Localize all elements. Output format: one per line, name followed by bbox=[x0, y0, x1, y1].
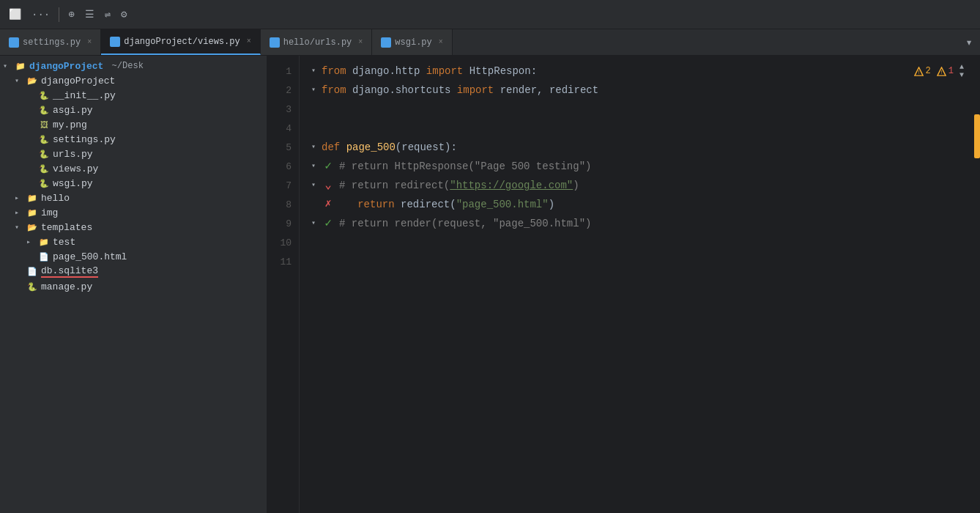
sidebar-item-mypng[interactable]: 🖼 my.png bbox=[0, 117, 267, 132]
urls-label: urls.py bbox=[53, 149, 93, 160]
tabs-overflow-chevron[interactable]: ▾ bbox=[958, 29, 980, 55]
toolbar-separator bbox=[59, 7, 59, 22]
tab-wsgi-close[interactable]: × bbox=[439, 38, 443, 46]
tab-settings-close[interactable]: × bbox=[87, 38, 92, 46]
code-line-4 bbox=[308, 119, 971, 138]
kw-return-8: return bbox=[357, 195, 394, 214]
db-label-text: db.sqlite3 bbox=[41, 265, 98, 278]
wsgi-icon: 🐍 bbox=[38, 177, 50, 189]
fold-7[interactable]: ▾ bbox=[308, 180, 319, 191]
tab-urls-close[interactable]: × bbox=[358, 38, 363, 46]
ln-5: 5 bbox=[267, 138, 299, 157]
djangoproject-arrow: ▾ bbox=[15, 76, 23, 85]
tab-wsgi[interactable]: wsgi.py × bbox=[372, 29, 452, 55]
sidebar-item-hello[interactable]: ▸ 📁 hello bbox=[0, 191, 267, 205]
code-line-3 bbox=[308, 100, 971, 119]
sidebar-item-views[interactable]: 🐍 views.py bbox=[0, 161, 267, 176]
window-icon[interactable]: ⬜ bbox=[6, 5, 24, 23]
code-line-7: ▾ ⌄ # return redirect("https://google.co… bbox=[308, 176, 971, 195]
asgi-icon: 🐍 bbox=[38, 104, 50, 116]
sidebar-root[interactable]: ▾ 📁 djangoProject ~/Desk bbox=[0, 59, 267, 73]
test-arrow: ▸ bbox=[26, 237, 35, 246]
templates-label: templates bbox=[41, 222, 92, 233]
fold-2[interactable]: ▾ bbox=[308, 85, 319, 95]
fold-10 bbox=[308, 237, 319, 248]
page500-label: page_500.html bbox=[53, 251, 127, 262]
sidebar-item-test[interactable]: ▸ 📁 test bbox=[0, 235, 267, 249]
main-area: ▾ 📁 djangoProject ~/Desk ▾ 📂 djangoProje… bbox=[0, 56, 980, 513]
sidebar-item-wsgi[interactable]: 🐍 wsgi.py bbox=[0, 176, 267, 191]
ln-4: 4 bbox=[267, 119, 299, 138]
kw-import-2: import bbox=[457, 81, 494, 100]
djangoproject-folder-icon: 📂 bbox=[26, 75, 38, 86]
settings-icon[interactable]: ⚙ bbox=[118, 5, 130, 23]
fold-9[interactable]: ▾ bbox=[308, 218, 319, 229]
mypng-icon: 🖼 bbox=[38, 119, 50, 130]
urls-icon: 🐍 bbox=[38, 148, 50, 160]
toolbar: ⬜ ··· ⊕ ☰ ⇌ ⚙ bbox=[0, 0, 980, 29]
kw-import-1: import bbox=[426, 62, 463, 81]
ln-6: 6 bbox=[267, 157, 299, 176]
code-editor[interactable]: 1 2 3 4 5 6 7 8 9 10 11 ! 2 bbox=[267, 56, 980, 513]
settings-label: settings.py bbox=[53, 134, 116, 145]
tab-urls[interactable]: hello/urls.py × bbox=[261, 29, 373, 55]
sidebar-item-settings[interactable]: 🐍 settings.py bbox=[0, 132, 267, 147]
tab-wsgi-label: wsgi.py bbox=[395, 37, 431, 48]
code-line-8: ✗ return redirect( "page_500.html" ) bbox=[308, 195, 971, 214]
root-label: djangoProject bbox=[29, 61, 103, 72]
fold-6[interactable]: ▾ bbox=[308, 161, 319, 171]
plain-8c: ) bbox=[549, 195, 554, 214]
fold-4 bbox=[308, 123, 319, 133]
manage-icon: 🐍 bbox=[26, 281, 38, 292]
more-icon[interactable]: ··· bbox=[29, 6, 53, 23]
fold-1[interactable]: ▾ bbox=[308, 66, 319, 76]
sidebar-item-manage[interactable]: 🐍 manage.py bbox=[0, 279, 267, 294]
kw-def-5: def bbox=[322, 138, 340, 157]
plain-5b: (request): bbox=[396, 138, 457, 157]
root-arrow: ▾ bbox=[3, 62, 12, 70]
add-icon[interactable]: ⊕ bbox=[65, 5, 77, 23]
fold-5[interactable]: ▾ bbox=[308, 142, 319, 152]
align-icon[interactable]: ⇌ bbox=[102, 5, 114, 23]
tab-views[interactable]: djangoProject/views.py × bbox=[101, 29, 260, 55]
sidebar-item-img[interactable]: ▸ 📁 img bbox=[0, 205, 267, 220]
comment-9: # return render(request, "page_500.html"… bbox=[339, 214, 591, 233]
sidebar-item-db[interactable]: 📄 db.sqlite3 bbox=[0, 264, 267, 279]
comment-7b: ) bbox=[573, 176, 579, 195]
ln-1: 1 bbox=[267, 62, 299, 81]
git-x-8: ✗ bbox=[322, 198, 335, 211]
code-line-9: ▾ ✓ # return render(request, "page_500.h… bbox=[308, 214, 971, 233]
editor-inner: 1 2 3 4 5 6 7 8 9 10 11 ! 2 bbox=[267, 56, 980, 513]
plain-5a bbox=[340, 138, 346, 157]
list-icon[interactable]: ☰ bbox=[82, 5, 97, 23]
views-label: views.py bbox=[53, 163, 98, 174]
sidebar-item-djangoproject-folder[interactable]: ▾ 📂 djangoProject bbox=[0, 73, 267, 88]
wsgi-label: wsgi.py bbox=[53, 178, 93, 189]
djangoproject-folder-label: djangoProject bbox=[41, 75, 115, 86]
img-folder-icon: 📁 bbox=[26, 207, 38, 218]
git-check-9: ✓ bbox=[322, 217, 335, 230]
line-numbers: 1 2 3 4 5 6 7 8 9 10 11 bbox=[267, 56, 300, 513]
plain-2b: render, bbox=[494, 81, 549, 100]
comment-7a: # return redirect( bbox=[339, 176, 450, 195]
db-icon: 📄 bbox=[26, 266, 38, 278]
sidebar-item-urls[interactable]: 🐍 urls.py bbox=[0, 147, 267, 161]
hello-label: hello bbox=[41, 193, 70, 204]
sidebar: ▾ 📁 djangoProject ~/Desk ▾ 📂 djangoProje… bbox=[0, 56, 267, 513]
sidebar-item-asgi[interactable]: 🐍 asgi.py bbox=[0, 103, 267, 117]
sidebar-item-page500html[interactable]: 📄 page_500.html bbox=[0, 249, 267, 264]
str-8: "page_500.html" bbox=[456, 195, 549, 214]
img-label: img bbox=[41, 207, 58, 218]
ln-10: 10 bbox=[267, 233, 299, 252]
scrollbar-indicator[interactable] bbox=[974, 114, 980, 158]
db-label: db.sqlite3 bbox=[41, 265, 98, 278]
git-check-6: ✓ bbox=[322, 160, 335, 173]
git-chevron-7: ⌄ bbox=[322, 179, 335, 192]
fold-8 bbox=[308, 199, 319, 210]
tab-settings[interactable]: settings.py × bbox=[0, 29, 101, 55]
manage-label: manage.py bbox=[41, 281, 92, 292]
sidebar-item-templates[interactable]: ▾ 📂 templates bbox=[0, 220, 267, 235]
tab-views-close[interactable]: × bbox=[247, 37, 251, 45]
sidebar-item-init[interactable]: 🐍 __init__.py bbox=[0, 88, 267, 103]
root-folder-icon: 📁 bbox=[15, 60, 26, 72]
